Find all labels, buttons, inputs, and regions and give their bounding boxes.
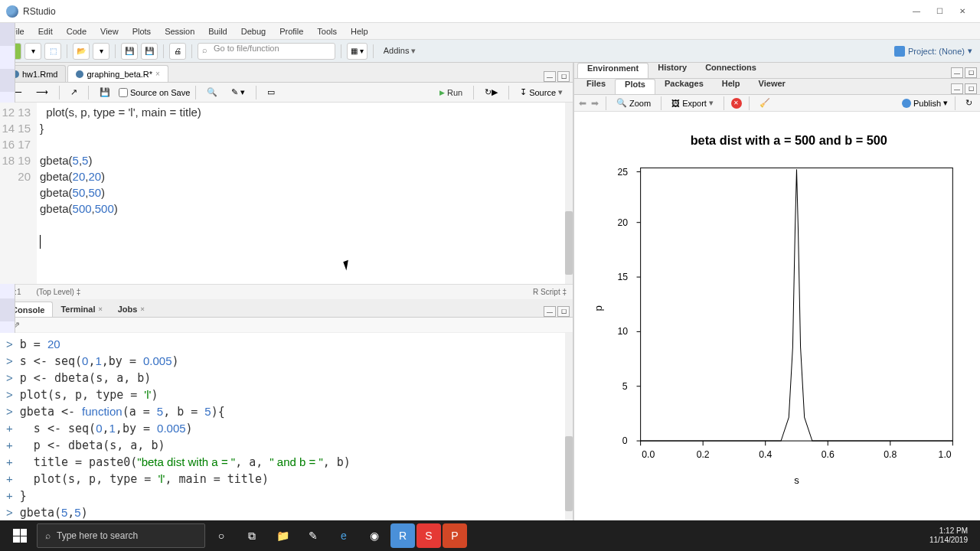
wand-button[interactable]: ✎ ▾: [226, 85, 250, 100]
new-dropdown[interactable]: ▾: [24, 43, 41, 60]
print-button[interactable]: 🖨: [169, 43, 186, 60]
menu-edit[interactable]: Edit: [32, 25, 59, 37]
minimize-env-button[interactable]: —: [951, 67, 963, 78]
minimize-button[interactable]: —: [905, 4, 928, 19]
powerpoint-icon[interactable]: P: [443, 523, 467, 548]
source-on-save-checkbox[interactable]: Source on Save: [119, 88, 190, 97]
ink-icon[interactable]: ✎: [299, 520, 328, 551]
svg-text:0: 0: [622, 435, 628, 446]
run-button[interactable]: Run: [434, 85, 468, 100]
file-type-label[interactable]: R Script ‡: [533, 288, 567, 296]
edge-icon[interactable]: e: [329, 520, 358, 551]
tab-connections[interactable]: Connections: [696, 63, 766, 78]
x-axis: 0.0 0.2 0.4 0.6 0.8 1.0: [641, 441, 953, 460]
nav-forward-button[interactable]: ⟶: [31, 85, 54, 100]
maximize-console-button[interactable]: ☐: [557, 306, 570, 317]
addins-menu[interactable]: Addins: [379, 46, 421, 56]
refresh-plot-button[interactable]: ↻: [962, 98, 975, 108]
save-all-button[interactable]: 💾: [141, 43, 158, 60]
svg-text:0.2: 0.2: [697, 450, 710, 461]
editor-scrollbar[interactable]: [565, 103, 573, 284]
task-view-button[interactable]: ⧉: [237, 520, 266, 551]
x-label: s: [794, 474, 799, 486]
source-button[interactable]: ↧ Source: [514, 85, 568, 100]
menu-profile[interactable]: Profile: [273, 25, 309, 37]
show-in-new-window-button[interactable]: ↗: [65, 85, 83, 100]
open-dropdown[interactable]: ▾: [93, 43, 109, 60]
code-content[interactable]: plot(s, p, type = 'l', main = title) } g…: [37, 103, 573, 284]
tab-packages[interactable]: Packages: [655, 79, 713, 94]
taskbar-clock[interactable]: 1:12 PM 11/14/2019: [929, 527, 975, 545]
menu-session[interactable]: Session: [158, 25, 201, 37]
goto-input[interactable]: Go to file/function: [198, 43, 335, 60]
console-scrollbar[interactable]: [565, 333, 573, 520]
minimize-pane-button[interactable]: —: [544, 71, 556, 82]
svg-text:0.8: 0.8: [884, 450, 897, 461]
menu-code[interactable]: Code: [60, 25, 93, 37]
file-explorer-icon[interactable]: 📁: [268, 520, 297, 551]
start-button[interactable]: [5, 520, 35, 551]
grid-button[interactable]: ▦ ▾: [347, 43, 368, 60]
y-axis: 0 5 10 15 20 25: [617, 167, 640, 447]
minimize-console-button[interactable]: —: [544, 306, 556, 317]
console-tabs: Console Terminal × Jobs × — ☐: [0, 299, 573, 318]
tab-viewer[interactable]: Viewer: [750, 79, 795, 94]
maximize-env-button[interactable]: ☐: [965, 67, 977, 78]
tab-graphing-beta[interactable]: graphing_beta.R* ×: [67, 65, 168, 82]
find-button[interactable]: 🔍: [201, 85, 223, 100]
publish-button[interactable]: Publish ▾: [902, 98, 948, 108]
menu-debug[interactable]: Debug: [235, 25, 272, 37]
cortana-button[interactable]: ○: [207, 520, 236, 551]
save-button[interactable]: 💾: [121, 43, 138, 60]
menu-tools[interactable]: Tools: [311, 25, 343, 37]
project-menu[interactable]: Project: (None) ▾: [891, 46, 975, 57]
menu-help[interactable]: Help: [345, 25, 374, 37]
menu-view[interactable]: View: [94, 25, 125, 37]
clear-all-button[interactable]: 🧹: [756, 98, 773, 108]
tab-files[interactable]: Files: [577, 79, 615, 94]
tab-history[interactable]: History: [648, 63, 696, 78]
export-button[interactable]: 🖼 Export: [668, 98, 717, 108]
project-icon: [894, 46, 905, 57]
rstudio-taskbar-icon[interactable]: R: [390, 523, 415, 548]
chrome-icon[interactable]: ◉: [360, 520, 389, 551]
tab-terminal[interactable]: Terminal ×: [53, 302, 109, 317]
svg-text:0.4: 0.4: [759, 450, 772, 461]
prev-plot-button[interactable]: ⬅: [579, 98, 586, 109]
menu-build[interactable]: Build: [202, 25, 233, 37]
console-path: ~/ ⇗: [0, 318, 573, 333]
close-icon[interactable]: ×: [155, 70, 160, 78]
scope-label[interactable]: (Top Level) ‡: [36, 288, 80, 296]
tab-jobs[interactable]: Jobs ×: [110, 302, 152, 317]
remove-plot-button[interactable]: ✕: [731, 98, 742, 109]
windows-logo-icon: [13, 529, 27, 543]
new-project-button[interactable]: ⬚: [44, 43, 61, 60]
notebook-button[interactable]: ▭: [262, 85, 280, 100]
taskbar-search[interactable]: ⌕ Type here to search: [37, 523, 205, 548]
open-file-button[interactable]: 📂: [73, 43, 90, 60]
code-editor[interactable]: 12 13 14 15 16 17 18 19 20 plot(s, p, ty…: [0, 103, 573, 284]
next-plot-button[interactable]: ➡: [591, 98, 599, 109]
console-output[interactable]: > b = 20 > s <- seq(0,1,by = 0.005) > p …: [0, 333, 573, 520]
tab-plots[interactable]: Plots: [615, 79, 655, 94]
minimize-plots-button[interactable]: —: [951, 83, 963, 94]
maximize-plots-button[interactable]: ☐: [965, 83, 977, 94]
svg-text:5: 5: [622, 381, 628, 392]
plots-tabs: Files Plots Packages Help Viewer — ☐: [574, 79, 980, 95]
maximize-pane-button[interactable]: ☐: [557, 71, 570, 82]
close-button[interactable]: ✕: [951, 4, 974, 19]
sciex-icon[interactable]: S: [416, 523, 441, 548]
save-source-button[interactable]: 💾: [94, 85, 116, 100]
rerun-button[interactable]: ↻▶: [479, 85, 503, 100]
chart-title: beta dist with a = 500 and b = 500: [691, 133, 887, 147]
main-toolbar: + ▾ ⬚ 📂 ▾ 💾 💾 🖨 Go to file/function ▦ ▾ …: [0, 40, 980, 63]
maximize-button[interactable]: ☐: [928, 4, 951, 19]
y-label: p: [593, 305, 604, 311]
tab-environment[interactable]: Environment: [577, 63, 648, 78]
svg-text:0.0: 0.0: [642, 450, 655, 461]
menu-plots[interactable]: Plots: [126, 25, 157, 37]
rstudio-icon: [6, 5, 18, 18]
tab-help[interactable]: Help: [713, 79, 750, 94]
zoom-button[interactable]: 🔍 Zoom: [613, 98, 654, 108]
density-line: [641, 169, 953, 441]
